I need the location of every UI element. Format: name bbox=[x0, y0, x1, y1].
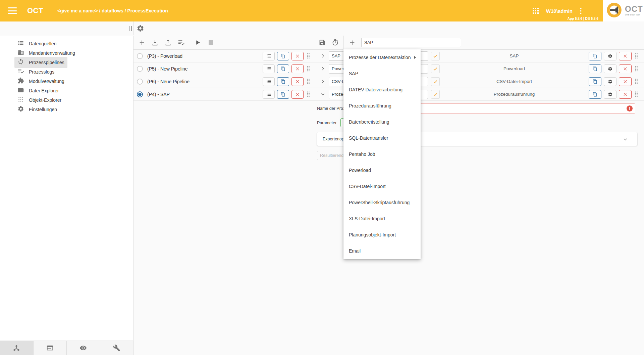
step-settings-button[interactable] bbox=[604, 77, 616, 86]
list-icon bbox=[17, 40, 24, 48]
drag-handle-icon[interactable] bbox=[307, 66, 310, 72]
step-settings-button[interactable] bbox=[604, 90, 616, 99]
pipeline-delete-button[interactable] bbox=[291, 64, 304, 73]
sidebar: Datenquellen Mandantenverwaltung Prozess… bbox=[0, 36, 133, 355]
drag-handle-icon[interactable] bbox=[307, 91, 310, 97]
pipeline-label: (P4) - SAP bbox=[147, 92, 170, 97]
import-download-icon[interactable] bbox=[151, 39, 159, 46]
step-delete-button[interactable] bbox=[619, 52, 632, 60]
add-pipeline-icon[interactable] bbox=[138, 39, 146, 46]
content: Datenquellen Mandantenverwaltung Prozess… bbox=[0, 36, 644, 355]
pipeline-radio-selected[interactable] bbox=[137, 91, 143, 97]
chevron-down-icon bbox=[623, 137, 628, 142]
sidebar-item-datei-explorer[interactable]: Datei-Explorer bbox=[0, 86, 133, 95]
menu-item-csv-datei-import[interactable]: CSV-Datei-Import bbox=[343, 178, 421, 194]
tab-wrench-icon[interactable] bbox=[100, 341, 134, 355]
menu-item-planungsobjekt-import[interactable]: Planungsobjekt-Import bbox=[343, 227, 421, 243]
pipeline-copy-button[interactable] bbox=[277, 90, 289, 99]
pipeline-logs-button[interactable] bbox=[263, 90, 275, 99]
tab-eye-icon[interactable] bbox=[67, 341, 100, 355]
sub-toolbar bbox=[0, 21, 644, 35]
step-enabled-checkbox[interactable] bbox=[431, 90, 440, 99]
step-enabled-checkbox[interactable] bbox=[431, 64, 440, 73]
playlist-check-icon[interactable] bbox=[177, 39, 185, 46]
pipeline-copy-button[interactable] bbox=[277, 77, 289, 86]
step-copy-button[interactable] bbox=[589, 64, 601, 73]
sidebar-item-einstellungen[interactable]: Einstellungen bbox=[0, 105, 133, 114]
hamburger-menu-icon[interactable] bbox=[8, 7, 17, 14]
pipeline-delete-button[interactable] bbox=[291, 52, 304, 60]
drag-handle-icon[interactable] bbox=[307, 79, 310, 84]
sidebar-item-prozesspipelines[interactable]: Prozesspipelines bbox=[0, 58, 133, 67]
step-enabled-checkbox[interactable] bbox=[431, 52, 440, 60]
pipeline-radio[interactable] bbox=[137, 66, 143, 72]
run-pipeline-play-icon[interactable] bbox=[195, 40, 201, 45]
sidebar-item-modulverwaltung[interactable]: Modulverwaltung bbox=[0, 77, 133, 86]
tab-layout-icon[interactable] bbox=[34, 341, 67, 355]
pipeline-copy-button[interactable] bbox=[277, 52, 289, 60]
drag-handle-icon[interactable] bbox=[635, 66, 638, 72]
add-step-icon[interactable] bbox=[348, 39, 356, 46]
step-settings-button[interactable] bbox=[604, 52, 616, 60]
step-copy-button[interactable] bbox=[589, 52, 601, 60]
pipeline-copy-button[interactable] bbox=[277, 64, 289, 73]
menu-item-label: Prozesse der Datenextraktion bbox=[349, 55, 411, 60]
pipeline-row-selected[interactable]: (P4) - SAP bbox=[133, 88, 314, 101]
menu-item-email[interactable]: Email bbox=[343, 243, 421, 259]
menu-item-powerload[interactable]: Powerload bbox=[343, 162, 421, 178]
sidebar-item-datenquellen[interactable]: Datenquellen bbox=[0, 39, 133, 48]
menu-item-powershell-skriptausfuehrung[interactable]: PowerShell-Skriptausführung bbox=[343, 194, 421, 211]
step-type-label: Prozedurausführung bbox=[440, 92, 589, 97]
step-copy-button[interactable] bbox=[589, 90, 601, 99]
chevron-right-icon[interactable] bbox=[319, 65, 327, 73]
step-delete-button[interactable] bbox=[619, 77, 632, 86]
step-settings-button[interactable] bbox=[604, 64, 616, 73]
stop-pipeline-icon[interactable] bbox=[209, 40, 213, 45]
parameter-label: Parameter bbox=[317, 121, 336, 125]
pipeline-row[interactable]: (P6) - Neue Pipeline bbox=[133, 75, 314, 88]
apps-grid-icon[interactable] bbox=[533, 8, 539, 14]
menu-item-datenbereitstellung[interactable]: Datenbereitstellung bbox=[343, 114, 421, 130]
pipeline-logs-button[interactable] bbox=[263, 64, 275, 73]
pipeline-radio[interactable] bbox=[137, 53, 143, 59]
chevron-right-icon[interactable] bbox=[319, 52, 327, 60]
menu-item-xls-datei-import[interactable]: XLS-Datei-Import bbox=[343, 211, 421, 227]
step-delete-button[interactable] bbox=[619, 64, 632, 73]
chevron-right-icon[interactable] bbox=[319, 78, 327, 86]
drag-handle-icon[interactable] bbox=[635, 53, 638, 59]
sidebar-item-objekt-explorer[interactable]: Objekt-Explorer bbox=[0, 95, 133, 105]
schedule-timer-icon[interactable] bbox=[332, 39, 339, 46]
pipeline-row[interactable]: (P3) - Powerload bbox=[133, 50, 314, 62]
menu-item-sql-datentransfer[interactable]: SQL-Datentransfer bbox=[343, 130, 421, 146]
pipeline-delete-button[interactable] bbox=[291, 90, 304, 99]
step-copy-button[interactable] bbox=[589, 77, 601, 86]
menu-item-pentaho-job[interactable]: Pentaho Job bbox=[343, 146, 421, 162]
sidebar-item-prozesslogs[interactable]: Prozesslogs bbox=[0, 67, 133, 77]
drag-handle-icon[interactable] bbox=[635, 91, 638, 97]
step-enabled-checkbox[interactable] bbox=[431, 77, 440, 86]
pipeline-logs-button[interactable] bbox=[263, 77, 275, 86]
step-delete-button[interactable] bbox=[619, 90, 632, 99]
pipeline-logs-button[interactable] bbox=[263, 52, 275, 60]
menu-item-prozesse-der-datenextraktion[interactable]: Prozesse der Datenextraktion bbox=[343, 49, 421, 65]
chevron-down-icon[interactable] bbox=[319, 90, 327, 98]
step-search-input[interactable] bbox=[361, 38, 461, 47]
sidebar-item-mandantenverwaltung[interactable]: Mandantenverwaltung bbox=[0, 48, 133, 58]
menu-item-prozedurausfuehrung[interactable]: Prozedurausführung bbox=[343, 98, 421, 114]
drag-handle-icon[interactable] bbox=[307, 53, 310, 59]
pipeline-row[interactable]: (P5) - New Pipeline bbox=[133, 62, 314, 75]
sidebar-item-label: Prozesslogs bbox=[29, 69, 54, 75]
export-upload-icon[interactable] bbox=[164, 39, 172, 46]
sidebar-item-label: Modulverwaltung bbox=[29, 79, 64, 84]
pipeline-label: (P3) - Powerload bbox=[147, 53, 182, 59]
tab-hierarchy-icon[interactable] bbox=[0, 341, 34, 355]
menu-item-datev-dateiverarbeitung[interactable]: DATEV-Dateiverarbeitung bbox=[343, 82, 421, 98]
drag-handle-icon[interactable] bbox=[635, 79, 638, 84]
save-icon[interactable] bbox=[319, 39, 326, 46]
pipeline-delete-button[interactable] bbox=[291, 77, 304, 86]
pipeline-radio[interactable] bbox=[137, 79, 143, 85]
pipeline-settings-gear-icon[interactable] bbox=[137, 25, 144, 32]
kebab-menu-icon[interactable] bbox=[580, 8, 582, 14]
menu-item-sap[interactable]: SAP bbox=[343, 65, 421, 82]
panel-resize-handle[interactable] bbox=[129, 26, 132, 31]
